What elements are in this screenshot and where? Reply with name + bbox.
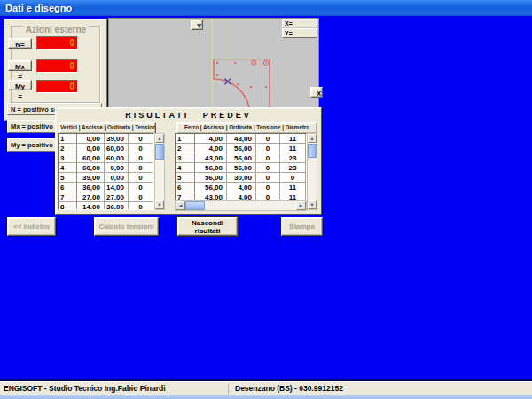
vertices-table-vscrollbar[interactable]: ▲ ▼ [154,133,165,210]
table-cell: 27,00 [105,192,129,202]
x-coord-label: X= [282,19,317,27]
print-button[interactable]: Stampa [281,217,323,236]
table-cell: 4,00 [227,183,256,192]
table-cell: 4,00 [227,192,256,200]
table-cell: 0 [256,183,280,192]
table-cell: 5 [59,173,77,183]
table-row: 656,004,00011 [176,183,306,192]
table-row: 743,004,00011 [176,192,306,200]
y-axis-button[interactable]: Y [191,20,203,30]
table-cell: 1 [176,134,195,144]
table-cell: 56,00 [227,144,256,153]
table-cell: 14,00 [77,202,105,210]
table-cell: 0 [280,173,306,183]
table-cell: 2 [176,144,195,153]
n-field[interactable]: 0 [36,36,78,50]
table-cell: 56,00 [227,163,256,173]
table-cell: 0 [256,144,280,153]
table-row: 360,0060,000 [59,153,153,163]
table-cell: 0 [256,192,280,200]
table-cell: 56,00 [195,173,227,183]
table-cell: 0 [129,163,153,173]
window-titlebar[interactable]: Dati e disegno [0,0,532,16]
table-cell: 14,00 [105,183,129,192]
table-cell: 60,00 [77,163,105,173]
table-cell: 3 [176,153,195,163]
table-cell: 5 [176,173,195,183]
compute-tensions-button[interactable]: Calcolo tensioni [94,217,159,236]
table-cell: 7 [176,192,195,200]
bars-table-vscrollbar[interactable]: ▲ ▼ [307,133,317,210]
table-cell: 0 [129,183,153,192]
table-cell: 0 [129,173,153,183]
vscroll-thumb[interactable] [308,144,317,158]
table-cell: 56,00 [195,183,227,192]
table-cell: 7 [59,192,77,202]
vscroll-thumb[interactable] [155,144,164,160]
x-axis-button[interactable]: X [310,87,323,98]
table-cell: 11 [280,183,306,192]
table-cell: 43,00 [195,153,227,163]
table-cell: 0 [256,173,280,183]
scroll-up-icon[interactable]: ▲ [308,134,317,143]
table-cell: 0 [129,192,153,202]
scroll-right-icon[interactable]: ► [296,201,306,210]
table-row: 24,0056,00011 [176,144,306,153]
scroll-up-icon[interactable]: ▲ [155,134,164,143]
results-window: RISULTATI PREDEV Vertici | Ascissa | Ord… [55,107,322,215]
window-title: Dati e disegno [5,3,72,13]
table-cell: 23 [280,163,306,173]
table-cell: 4 [176,163,195,173]
actions-group-title: Azioni esterne [5,20,106,36]
table-cell: 60,00 [77,153,105,163]
status-bar: ENGISOFT - Studio Tecnico Ing.Fabio Pina… [0,381,532,395]
bars-table[interactable]: 14,0043,0001124,0056,00011343,0056,00023… [175,133,307,200]
table-cell: 11 [280,192,306,200]
bars-table-hscrollbar[interactable]: ◄ ► [175,200,307,211]
my-field[interactable]: 0 [36,80,78,93]
scroll-down-icon[interactable]: ▼ [155,200,164,209]
table-cell: 27,00 [77,192,105,202]
table-cell: 23 [280,153,306,163]
hscroll-thumb[interactable] [185,201,205,210]
actions-panel: Azioni esterne N= 0 Mx = 0 My = 0 N = po… [4,19,107,121]
hide-results-button[interactable]: Nascondi risultati [177,217,238,236]
status-company: ENGISOFT - Studio Tecnico Ing.Fabio Pina… [4,382,166,395]
table-row: 814,0036,000 [59,202,153,210]
scroll-left-icon[interactable]: ◄ [176,201,185,210]
mx-button[interactable]: Mx = [8,60,32,71]
scroll-down-icon[interactable]: ▼ [308,200,317,209]
table-cell: 8 [59,202,77,210]
table-cell: 36,00 [77,183,105,192]
table-cell: 39,00 [105,134,129,144]
table-cell: 1 [59,134,77,144]
mx-field[interactable]: 0 [36,59,78,73]
table-cell: 11 [280,134,306,144]
table-cell: 0 [256,153,280,163]
window-bottom-edge [0,395,532,399]
table-row: 10,0039,000 [59,134,153,144]
vertices-table[interactable]: 10,0039,00020,0060,000360,0060,000460,00… [58,133,154,210]
table-cell: 0,00 [77,134,105,144]
my-button[interactable]: My = [8,80,32,90]
table-row: 539,000,000 [59,173,153,183]
table-cell: 60,00 [105,153,129,163]
table-cell: 0 [129,153,153,163]
table-row: 14,0043,00011 [176,134,306,144]
table-row: 636,0014,000 [59,183,153,192]
status-contact: Desenzano (BS) - 030.9912152 [235,382,343,395]
results-title: RISULTATI PREDEV [56,111,321,120]
table-cell: 0 [129,202,153,210]
table-cell: 43,00 [227,134,256,144]
table-cell: 11 [280,144,306,153]
table-cell: 0,00 [105,173,129,183]
table-cell: 0 [129,134,153,144]
table-cell: 6 [176,183,195,192]
table-cell: 2 [59,144,77,153]
n-button[interactable]: N= [8,38,32,49]
table-cell: 0 [129,144,153,153]
table-cell: 4,00 [195,144,227,153]
table-cell: 4,00 [195,134,227,144]
back-button[interactable]: << Indietro [7,217,56,236]
table-cell: 39,00 [77,173,105,183]
